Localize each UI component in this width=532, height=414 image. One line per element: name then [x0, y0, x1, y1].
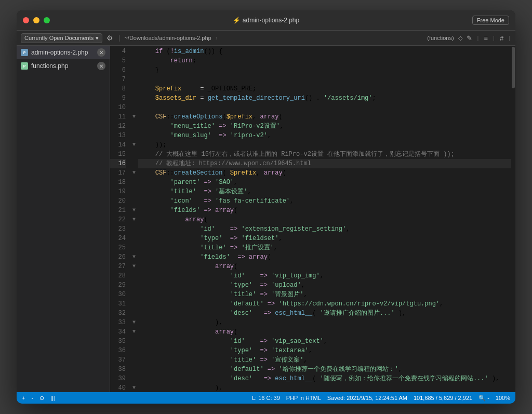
window-title-text: admin-options-2.php [243, 17, 299, 24]
code-line: 'fields' => array( [138, 206, 511, 215]
file-icon: ⚡ [233, 17, 241, 24]
code-area[interactable]: if (!is_admin()) { return; } $prefix = _… [138, 46, 511, 392]
code-line: ), [138, 383, 511, 392]
code-line: 'title' => '基本设置', [138, 187, 511, 196]
file-name-admin-options: admin-options-2.php [31, 49, 94, 56]
minimize-button[interactable] [33, 17, 39, 23]
code-line: } [138, 65, 511, 75]
toolbar-separator: | [118, 34, 120, 42]
code-line [138, 103, 511, 112]
edit-icon[interactable]: ✎ [467, 34, 472, 42]
traffic-lights [23, 17, 50, 23]
code-line: CSF::createOptions($prefix, array( [138, 112, 511, 122]
code-line: // 大概在这里 15行左右，或者认准上面的 RiPro-v2设置 在他下面添加… [138, 150, 511, 159]
code-line: array( [138, 215, 511, 224]
cursor-position: L: 16 C: 39 [252, 395, 280, 402]
php-file-icon: P [21, 49, 28, 56]
file-close-button[interactable]: ✕ [97, 48, 105, 57]
php-file-icon-2: P [21, 62, 28, 70]
statusbar-right: L: 16 C: 39 PHP in HTML Saved: 2021/9/15… [252, 395, 510, 402]
main-content: P admin-options-2.php ✕ P functions.php … [17, 46, 515, 392]
code-line: 'fields' => array( [138, 252, 511, 262]
gear-icon[interactable]: ⚙ [105, 33, 114, 43]
toolbar: Currently Open Documents ▾ ⚙ | ~/Downloa… [17, 30, 515, 46]
language-mode[interactable]: PHP in HTML [286, 395, 321, 402]
file-item-admin-options[interactable]: P admin-options-2.php ✕ [17, 46, 110, 59]
file-name-functions: functions.php [31, 62, 94, 70]
minus-button[interactable]: - [31, 395, 33, 401]
toolbar-right: (functions) ◇ ✎ | ≡ | # | [427, 34, 511, 42]
chevron-down-icon: ▾ [96, 35, 99, 42]
code-line: 'id' => 'vip_sao_text', [138, 337, 511, 346]
window-title: ⚡ admin-options-2.php [233, 17, 299, 24]
divider-icon: ◇ [458, 35, 462, 42]
code-line: 'default' => '给你推荐一个免费在线学习编程的网站：', [138, 365, 511, 374]
code-line: 'id' => 'extension_register_setting', [138, 224, 511, 234]
clock-icon: ⊙ [39, 395, 44, 402]
panel-divider-icon: ||| [50, 395, 55, 401]
code-line: 'type' => 'upload', [138, 281, 511, 290]
close-button[interactable] [23, 17, 29, 23]
file-path: ~/Downloads/admin-options-2.php [124, 35, 211, 41]
editor-content[interactable]: 45678 910111213 1415161718 1920212223 24… [110, 46, 515, 392]
code-line-current: // 教程地址: https://www.wpon.cn/19645.html [138, 159, 511, 168]
zoom-level[interactable]: 100% [496, 395, 510, 402]
save-status: Saved: 2021/9/15, 12:24:51 AM [327, 395, 407, 402]
code-editor: 45678 910111213 1415161718 1920212223 24… [110, 46, 515, 392]
code-line: 'title' => '宣传文案', [138, 355, 511, 365]
hash-icon[interactable]: # [500, 34, 503, 42]
functions-label: (functions) [427, 35, 454, 41]
code-line: 'default' => 'https://cdn.wpon.cn/ripro-… [138, 299, 511, 309]
fold-gutter: ▼ ▼▼ ▼▼ ▼▼ ▼ ▼ ▼▼ ▼▼ ▼▼ [130, 46, 138, 392]
code-line: $prefix = _OPTIONS_PRE; [138, 84, 511, 94]
code-line: 'id' => 'vip_top_img', [138, 271, 511, 281]
fullscreen-button[interactable] [44, 17, 50, 23]
code-line: 'type' => 'textarea', [138, 346, 511, 355]
code-line: array( [138, 262, 511, 271]
add-button[interactable]: + [22, 395, 25, 401]
code-line: 'desc' => esc_html__( '邀请推广介绍的图片...' ), [138, 309, 511, 318]
code-line: 'desc' => esc_html__( '随便写，例如：给你推荐一个免费在线… [138, 374, 511, 383]
scrollbar-thumb[interactable] [512, 47, 515, 88]
code-line: ), [138, 318, 511, 327]
file-stats: 101,685 / 5,629 / 2,921 [414, 395, 472, 402]
code-line: )); [138, 140, 511, 150]
file-close-button-2[interactable]: ✕ [97, 62, 105, 70]
code-line: return; [138, 56, 511, 65]
file-sidebar: P admin-options-2.php ✕ P functions.php … [17, 46, 110, 392]
document-dropdown[interactable]: Currently Open Documents ▾ [21, 33, 102, 43]
document-dropdown-label: Currently Open Documents [24, 35, 94, 41]
code-line: 'parent' => 'SAO', [138, 178, 511, 187]
menu-icon[interactable]: ≡ [484, 34, 488, 42]
code-line: 'title' => '推广设置', [138, 243, 511, 252]
search-icon[interactable]: 🔍 - [478, 395, 489, 402]
titlebar: ⚡ admin-options-2.php Free Mode [17, 10, 515, 30]
code-line [138, 75, 511, 84]
code-line: 'menu_title' => 'RiPro-v2设置', [138, 122, 511, 131]
editor-scrollbar[interactable] [511, 46, 515, 392]
code-line: CSF::createSection( $prefix, array( [138, 168, 511, 178]
file-item-functions[interactable]: P functions.php ✕ [17, 59, 110, 73]
code-line: 'menu_slug' => 'ripro-v2', [138, 131, 511, 140]
app-window: ⚡ admin-options-2.php Free Mode Currentl… [17, 10, 515, 404]
code-line: if (!is_admin()) { [138, 47, 511, 56]
code-line: $assets_dir = get_template_directory_uri… [138, 94, 511, 103]
code-line: array( [138, 327, 511, 337]
code-line: 'icon' => 'fas fa-certificate', [138, 196, 511, 206]
statusbar: + - ⊙ ||| L: 16 C: 39 PHP in HTML Saved:… [17, 392, 515, 404]
toolbar-separator-2: › [216, 34, 218, 42]
code-line: 'title' => '背景图片', [138, 290, 511, 299]
code-line: 'type' => 'fieldset', [138, 234, 511, 243]
line-numbers: 45678 910111213 1415161718 1920212223 24… [110, 46, 130, 392]
free-mode-button[interactable]: Free Mode [472, 16, 509, 25]
